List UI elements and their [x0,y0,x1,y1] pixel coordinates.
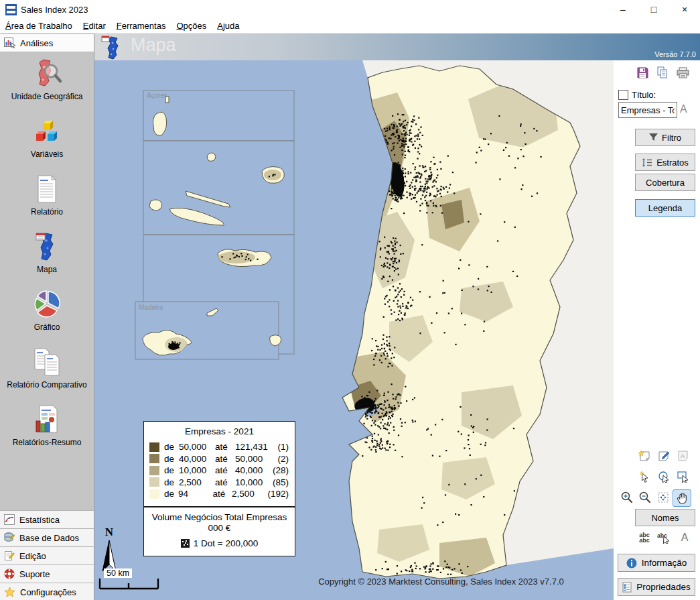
window-controls: – □ × [608,0,700,19]
sidebar-bar-label: Suporte [19,569,50,579]
maximize-button[interactable]: □ [638,0,669,19]
titulo-checkbox-row: Título: [618,90,656,100]
legenda-button[interactable]: Legenda [635,199,695,217]
north-label: N [100,526,119,539]
menu-opcoes[interactable]: Opções [171,19,212,33]
strata-icon [642,158,652,167]
corvo-island [165,97,169,103]
sidebar-bar-configuracoes[interactable]: Configurações [0,583,94,600]
zoom-in-icon [621,491,633,503]
map-view-icon [101,36,124,60]
dot-legend-line1: Volume Negócios Total Empresas [144,512,295,522]
title-font-button[interactable]: A [680,103,687,115]
sidebar-bar-suporte[interactable]: Suporte [0,564,94,583]
view-title: Mapa [131,35,176,56]
close-button[interactable]: × [669,0,700,19]
minimize-button[interactable]: – [608,0,638,19]
filtro-button[interactable]: Filtro [635,129,695,146]
scale-bar: 50 km [97,568,164,593]
graciosa-island [207,153,216,161]
comparative-report-icon [31,346,63,378]
print-button[interactable] [675,66,690,79]
new-note-icon [638,451,650,461]
sidebar-item-label: Relatórios-Resumo [13,438,82,447]
app-window: { "window": { "title": "Sales Index 2023… [0,0,700,600]
nomes-button[interactable]: Nomes [635,509,695,526]
report-icon [31,173,63,205]
sidebar-item-mapa[interactable]: Mapa [0,231,94,274]
label-all-button[interactable]: abcabc [636,530,653,546]
fit-extent-icon [657,491,669,503]
label-pick-button[interactable]: abc [655,530,673,546]
zoom-extent-button[interactable] [654,489,672,505]
label-font-button[interactable]: A [676,530,693,546]
select-circle-tool[interactable] [655,469,673,485]
copy-button[interactable] [655,66,670,79]
sidebar-bar-estatistica[interactable]: Estatística [0,510,94,528]
legend-row: de94 até2,500 (192) [144,488,295,500]
variables-cubes-icon [31,115,63,147]
window-title: Sales Index 2023 [21,5,88,15]
info-icon [626,558,637,568]
sidebar-item-relatorio[interactable]: Relatório [0,173,94,217]
informacao-button[interactable]: Informação [618,554,695,572]
save-button[interactable] [635,66,650,79]
select-rect-tool[interactable] [675,469,692,485]
edit-annotation-button[interactable] [655,448,673,464]
sidebar-analysis-list: Unidade Geográfica Variáveis [0,52,94,510]
legend-swatch [149,466,159,475]
sidebar-item-relatorio-comparativo[interactable]: Relatório Comparativo [0,346,94,389]
sidebar-item-variaveis[interactable]: Variáveis [0,115,94,159]
class-legend-box[interactable]: Empresas - 2021 de50,000 até121,431 (1) … [143,421,295,507]
propriedades-button[interactable]: Propriedades [618,578,695,596]
dot-legend-box[interactable]: Volume Negócios Total Empresas 000 € 1 D… [143,507,295,556]
font-note-icon-disabled: A [677,451,689,461]
sidebar-item-label: Mapa [37,265,57,274]
legend-row: de10,000 até40,000 (28) [144,465,295,477]
lifebuoy-icon [4,568,15,579]
properties-icon [622,582,632,593]
estratos-button[interactable]: Estratos [635,154,695,171]
menu-area-de-trabalho[interactable]: Área de Trabalho [0,19,78,33]
pointer-circle-icon [658,471,670,483]
menu-editar[interactable]: Editar [78,19,111,33]
legend-row: de50,000 até121,431 (1) [144,441,295,453]
pan-tool-button[interactable] [673,489,691,507]
hand-pan-icon [677,492,688,504]
cobertura-button[interactable]: Cobertura [635,174,695,191]
star-icon [4,587,15,597]
dot-sample-icon [181,539,190,548]
database-icon [4,532,15,543]
zoom-out-button[interactable] [636,489,654,505]
sidebar-item-relatorios-resumo[interactable]: Relatórios-Resumo [0,404,94,447]
sidebar-item-label: Relatório [31,207,63,217]
sidebar-bar-label: Estatística [19,515,60,525]
titulo-input[interactable] [618,102,677,118]
abc-abc-icon: abcabc [639,532,650,543]
titulo-checkbox[interactable] [618,90,628,100]
sidebar-bar-label: Base de Dados [19,533,79,543]
sidebar-item-label: Unidade Geográfica [11,92,83,101]
pointer-star-icon [639,471,650,483]
zoom-in-button[interactable] [618,489,636,505]
dot-legend-text: 1 Dot = 200,000 [194,538,258,548]
menu-ferramentas[interactable]: Ferramentas [111,19,171,33]
select-star-tool[interactable] [636,469,653,485]
legend-swatch [149,454,159,463]
text-annotation-button[interactable]: A [675,448,692,464]
new-annotation-button[interactable] [636,448,653,464]
printer-icon [677,67,689,78]
map-canvas[interactable]: Açores Madeira [94,60,614,600]
legend-swatch [149,477,159,487]
menu-ajuda[interactable]: Ajuda [212,19,244,33]
abc-cursor-icon: abc [657,532,671,544]
sidebar-bar-edicao[interactable]: Edição [0,546,94,564]
dot-legend-line2: 000 € [144,523,295,533]
sao-miguel-patch [218,251,255,263]
sidebar-item-unidade-geografica[interactable]: Unidade Geográfica [0,58,94,101]
sidebar-header-analises: Análises [0,34,94,52]
legend-row: de40,000 até50,000 (2) [144,453,295,465]
geographic-unit-icon [31,58,63,90]
sidebar-bar-base-de-dados[interactable]: Base de Dados [0,528,94,546]
sidebar-item-grafico[interactable]: Gráfico [0,288,94,332]
